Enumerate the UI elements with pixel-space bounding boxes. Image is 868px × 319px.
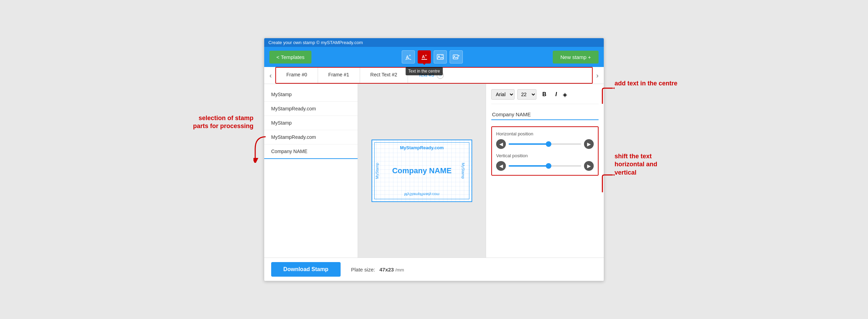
h-slider-fill [509,143,549,145]
bottom-bar: Download Stamp Plate size: 47x23 /mm [264,258,604,281]
svg-text:A: A [422,54,425,59]
font-controls: Arial 22 B I ◈ [491,89,599,104]
vertical-position-label: Vertical position [496,153,594,158]
svg-rect-7 [422,59,427,60]
download-stamp-button[interactable]: Download Stamp [271,262,341,277]
h-slider-track[interactable] [509,143,581,145]
tab-prev-button[interactable]: ‹ [266,69,275,82]
horizontal-slider-row: ◀ ▶ [496,139,594,149]
templates-button[interactable]: < Templates [269,51,311,64]
svg-point-12 [454,56,455,57]
stamp-text-right: MyStamp [461,163,465,179]
parts-panel: MyStamp MyStampReady.com MyStamp MyStamp… [264,84,358,258]
v-slider-right-button[interactable]: ▶ [584,161,594,171]
plate-size-unit: /mm [395,267,404,272]
arrow-right-top-icon [601,86,615,107]
part-item-mystamp-2[interactable]: MyStamp [264,116,358,130]
part-item-company-name[interactable]: Company NAME [264,144,358,159]
new-stamp-button[interactable]: New stamp + [553,51,599,64]
svg-rect-11 [453,55,458,59]
horizontal-position-label: Horizontal position [496,131,594,136]
image-tool-icon[interactable]: + [434,50,447,64]
stamp-canvas: MyStampReady.com Company NAME MyStampRea… [372,140,472,202]
italic-button[interactable]: I [552,89,560,100]
svg-text:+: + [441,54,443,57]
stamp-text-center: Company NAME [392,166,451,175]
tab-next-button[interactable]: › [593,69,602,82]
annotation-right-top: add text in the centre [615,79,681,87]
part-item-mystampready-2[interactable]: MyStampReady.com [264,130,358,144]
font-size-select[interactable]: 22 [517,89,536,100]
stamp-text-bottom: MyStampReady.com [404,192,439,196]
stamp-text-top: MyStampReady.com [400,145,444,150]
h-slider-right-button[interactable]: ▶ [584,139,594,149]
svg-text:+: + [425,54,427,57]
text-content-input[interactable] [491,109,599,120]
tooltip-text-center: Text in the centre [406,67,443,75]
tab-rect-text-2[interactable]: Rect Text #2 [360,68,408,83]
vertical-slider-row: ◀ ▶ [496,161,594,171]
toolbar: < Templates A + A + [264,47,604,67]
toolbar-center: A + A + Text in the centre [402,50,463,64]
h-slider-left-button[interactable]: ◀ [496,139,506,149]
plate-size-label: Plate size: [351,267,375,272]
part-item-mystamp-1[interactable]: MyStamp [264,87,358,102]
right-panel: Arial 22 B I ◈ Horizontal position [486,84,604,258]
tab-frame-1[interactable]: Frame #1 [318,68,360,83]
v-slider-track[interactable] [509,165,581,167]
title-text: Create your own stamp © mySTAMPready.com [268,40,363,45]
tab-frame-0[interactable]: Frame #0 [276,68,318,83]
plate-size-value: 47x23 [379,267,394,272]
plate-size-info: Plate size: 47x23 /mm [351,267,404,272]
stamp-preview-area: MyStampReady.com Company NAME MyStampRea… [358,84,486,258]
v-slider-thumb[interactable] [546,163,551,169]
part-item-mystampready-1[interactable]: MyStampReady.com [264,102,358,116]
h-slider-thumb[interactable] [546,141,551,147]
arrow-left-icon [253,135,267,163]
annotation-right-bottom: shift the text horizontal and vertical [615,152,681,177]
svg-text:+: + [458,54,460,58]
toolbar-left: < Templates [269,51,311,64]
arrow-right-bottom-icon [601,173,615,194]
app-window: Create your own stamp © mySTAMPready.com… [264,38,604,281]
stamp-text-left: MyStamp [375,163,379,179]
v-slider-left-button[interactable]: ◀ [496,161,506,171]
font-family-select[interactable]: Arial [491,89,515,100]
title-bar: Create your own stamp © mySTAMPready.com [264,38,604,47]
toolbar-right: New stamp + [553,51,599,64]
annotation-left: selection of stamp parts for processing [184,114,253,131]
image-add-tool-icon[interactable]: + [450,50,463,64]
main-content: MyStamp MyStampReady.com MyStamp MyStamp… [264,84,604,258]
text-arc-tool-icon[interactable]: A + [402,50,415,64]
v-slider-fill [509,165,549,167]
bold-button[interactable]: B [539,89,550,100]
svg-text:+: + [409,54,411,57]
fill-color-icon[interactable]: ◈ [563,91,567,98]
position-controls: Horizontal position ◀ ▶ Vertical positio… [491,126,599,176]
text-center-tool-icon[interactable]: A + Text in the centre [418,50,431,64]
